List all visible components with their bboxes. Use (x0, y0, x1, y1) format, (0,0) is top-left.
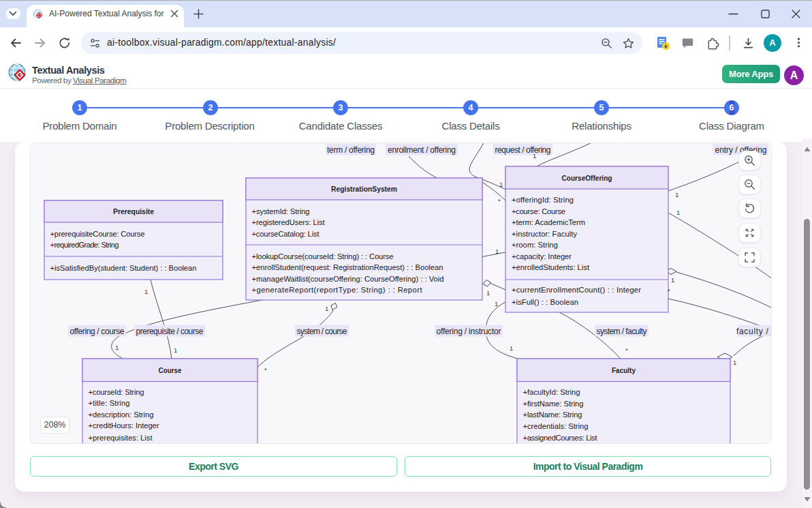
svg-text:+credentials: String: +credentials: String (523, 422, 589, 430)
svg-text:+lookupCourse(courseId: String: +lookupCourse(courseId: String) : : Cour… (252, 252, 394, 260)
svg-text:+assignedCourses: List: +assignedCourses: List (523, 434, 598, 442)
svg-text:1: 1 (495, 300, 498, 308)
svg-text:+course: Course: +course: Course (512, 207, 565, 215)
svg-text:+prerequisiteCourse: Course: +prerequisiteCourse: Course (50, 230, 145, 238)
svg-text:+lastName: String: +lastName: String (523, 410, 582, 419)
svg-text:+room: String: +room: String (512, 241, 558, 249)
svg-text:prerequisite / course: prerequisite / course (136, 327, 204, 336)
svg-text:system / faculty: system / faculty (597, 327, 647, 336)
svg-text:+title: String: +title: String (89, 399, 130, 407)
svg-text:request / offering: request / offering (495, 145, 551, 155)
svg-text:system / course: system / course (297, 327, 347, 336)
svg-text:CourseOffering: CourseOffering (562, 174, 612, 182)
svg-text:+currentEnrollmentCount() : :: +currentEnrollmentCount() : : Integer (512, 286, 641, 294)
svg-text:+capacity: Integer: +capacity: Integer (512, 252, 572, 260)
svg-text:+description: String: +description: String (89, 410, 154, 419)
svg-text:offering / course: offering / course (70, 327, 125, 336)
svg-text:+manageWaitlist(courseOffering: +manageWaitlist(courseOffering: CourseOf… (252, 275, 444, 283)
svg-text:+courseCatalog: List: +courseCatalog: List (252, 230, 320, 238)
svg-text:+offeringId: String: +offeringId: String (512, 196, 574, 204)
svg-text:*: * (625, 346, 628, 354)
svg-text:1: 1 (174, 346, 177, 354)
svg-text:+instructor: Faculty: +instructor: Faculty (512, 230, 577, 238)
svg-text:*: * (498, 197, 501, 205)
svg-text:+creditHours: Integer: +creditHours: Integer (89, 421, 159, 430)
svg-text:+isSatisfiedBy(student: Studen: +isSatisfiedBy(student: Student) : : Boo… (50, 264, 197, 272)
svg-text:offering / instructor: offering / instructor (437, 327, 501, 336)
svg-text:+systemId: String: +systemId: String (252, 207, 310, 215)
svg-text:faculty / offering: faculty / offering (736, 327, 772, 336)
svg-text:1: 1 (499, 181, 503, 188)
svg-text:+facultyId: String: +facultyId: String (523, 388, 580, 396)
svg-text:1: 1 (676, 209, 680, 216)
svg-text:+requiredGrade: String: +requiredGrade: String (50, 241, 119, 249)
svg-text:1: 1 (495, 248, 499, 255)
svg-text:1: 1 (486, 289, 490, 297)
svg-text:+enrollStudent(request: Regist: +enrollStudent(request: RegistrationRequ… (252, 263, 443, 271)
svg-text:term / offering: term / offering (327, 145, 375, 155)
svg-text:*: * (668, 287, 670, 295)
svg-text:+generateReport(reportType: St: +generateReport(reportType: String) : : … (252, 286, 423, 294)
svg-text:1: 1 (675, 191, 678, 198)
svg-text:1: 1 (115, 344, 119, 351)
svg-text:+courseId: String: +courseId: String (89, 388, 144, 396)
svg-text:*: * (264, 366, 267, 374)
svg-text:1: 1 (733, 359, 736, 366)
svg-text:1: 1 (533, 152, 536, 160)
svg-text:1: 1 (510, 344, 513, 352)
svg-text:1: 1 (144, 288, 148, 295)
svg-text:Prerequisite: Prerequisite (113, 207, 154, 215)
svg-text:1: 1 (325, 305, 328, 312)
svg-text:+isFull() : : Boolean: +isFull() : : Boolean (512, 298, 578, 306)
svg-text:enrollment / offering: enrollment / offering (388, 145, 456, 155)
svg-text:+firstName: String: +firstName: String (523, 400, 584, 408)
svg-text:Course: Course (159, 366, 182, 374)
svg-text:+term: AcademicTerm: +term: AcademicTerm (512, 218, 585, 226)
svg-text:+enrolledStudents: List: +enrolledStudents: List (512, 263, 590, 271)
svg-text:RegistrationSystem: RegistrationSystem (331, 185, 397, 193)
svg-text:1: 1 (671, 276, 674, 284)
svg-text:Faculty: Faculty (612, 366, 636, 374)
svg-text:+registeredUsers: List: +registeredUsers: List (252, 218, 326, 226)
svg-text:+prerequisites: List: +prerequisites: List (89, 434, 153, 442)
